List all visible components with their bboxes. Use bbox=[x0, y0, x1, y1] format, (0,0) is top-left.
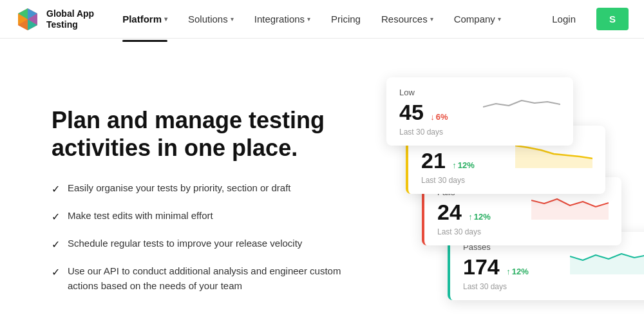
card-low-value: 45 bbox=[399, 100, 424, 124]
stats-cards-area: Low 45 ↓ 6% Last 30 days bbox=[386, 77, 605, 322]
check-icon: ✓ bbox=[52, 182, 60, 197]
logo[interactable]: Global App Testing bbox=[15, 7, 94, 32]
nav-item-pricing[interactable]: Pricing bbox=[322, 8, 370, 30]
nav-item-platform[interactable]: Platform ▾ bbox=[113, 8, 176, 30]
card-low-sub: Last 30 days bbox=[399, 128, 483, 137]
card-mod-change: ↑ 12% bbox=[452, 160, 475, 170]
check-icon: ✓ bbox=[52, 209, 60, 225]
card-low-label: Low bbox=[399, 88, 483, 97]
check-icon: ✓ bbox=[52, 237, 60, 252]
card-low-chart bbox=[483, 88, 560, 120]
nav-item-company[interactable]: Company ▾ bbox=[445, 8, 510, 30]
chevron-icon: ▾ bbox=[430, 15, 433, 23]
logo-icon bbox=[15, 7, 40, 32]
hero-bullets: ✓ Easily organise your tests by priority… bbox=[52, 181, 348, 293]
chevron-icon: ▾ bbox=[164, 15, 167, 23]
card-mod-sub: Last 30 days bbox=[421, 176, 515, 185]
svg-marker-8 bbox=[531, 199, 609, 220]
hero-section: Plan and manage testing activities in on… bbox=[0, 39, 644, 333]
chevron-icon: ▾ bbox=[231, 15, 234, 23]
card-pass-value: 174 bbox=[463, 254, 500, 279]
card-fail-change: ↑ 12% bbox=[468, 212, 491, 222]
login-button[interactable]: Login bbox=[539, 8, 589, 30]
chevron-icon: ▾ bbox=[498, 15, 501, 23]
nav-item-integrations[interactable]: Integrations ▾ bbox=[245, 8, 319, 30]
card-low: Low 45 ↓ 6% Last 30 days bbox=[386, 77, 573, 146]
card-pass-sub: Last 30 days bbox=[463, 282, 570, 291]
nav-actions: Login S bbox=[539, 8, 629, 30]
nav-item-resources[interactable]: Resources ▾ bbox=[372, 8, 442, 30]
bullet-1: ✓ Easily organise your tests by priority… bbox=[52, 181, 348, 197]
card-mod-value: 21 bbox=[421, 148, 446, 173]
nav-menu: Platform ▾ Solutions ▾ Integrations ▾ Pr… bbox=[113, 8, 539, 30]
navigation: Global App Testing Platform ▾ Solutions … bbox=[0, 0, 644, 39]
check-icon: ✓ bbox=[52, 265, 60, 280]
bullet-3: ✓ Schedule regular tests to improve your… bbox=[52, 236, 348, 252]
chevron-icon: ▾ bbox=[307, 15, 310, 23]
card-low-change: ↓ 6% bbox=[430, 112, 448, 122]
card-pass-chart bbox=[570, 242, 644, 274]
nav-item-solutions[interactable]: Solutions ▾ bbox=[179, 8, 243, 30]
card-pass-change: ↑ 12% bbox=[506, 267, 529, 276]
bullet-4: ✓ Use our API to conduct additional anal… bbox=[52, 264, 348, 293]
hero-content: Plan and manage testing activities in on… bbox=[52, 106, 348, 293]
start-button[interactable]: S bbox=[596, 8, 629, 30]
bullet-2: ✓ Make test edits with minimal effort bbox=[52, 209, 348, 225]
hero-title: Plan and manage testing activities in on… bbox=[52, 106, 348, 162]
brand-name: Global App Testing bbox=[46, 8, 94, 30]
card-fail-value: 24 bbox=[437, 200, 462, 224]
card-fail-sub: Last 30 days bbox=[437, 227, 531, 236]
